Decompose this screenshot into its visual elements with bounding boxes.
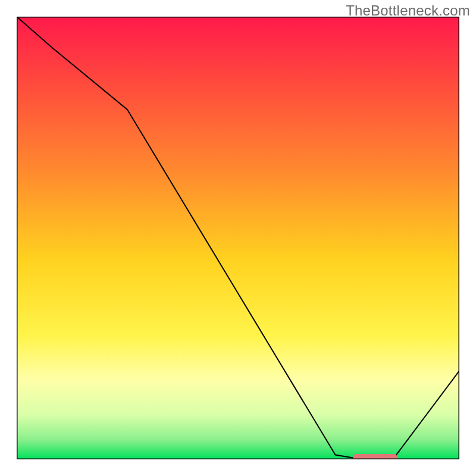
bottleneck-chart <box>17 17 459 459</box>
chart-background <box>17 17 459 459</box>
chart-stage: TheBottleneck.com <box>0 0 476 476</box>
